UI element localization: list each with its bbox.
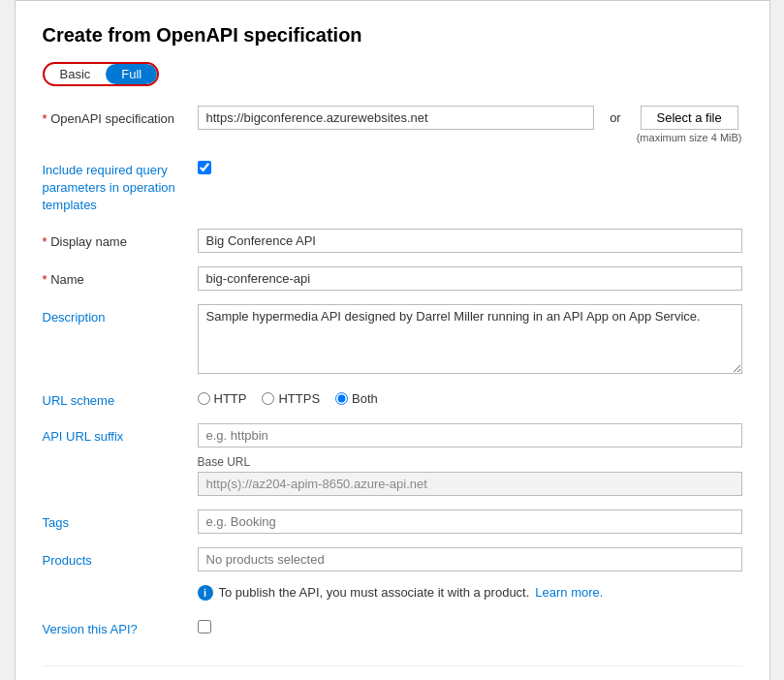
include-required-row: Include required query parameters in ope… — [43, 157, 742, 215]
tags-input[interactable] — [198, 510, 742, 534]
radio-http-input[interactable] — [198, 392, 210, 405]
radio-both: Both — [335, 391, 378, 406]
radio-both-label: Both — [352, 391, 378, 406]
name-row: Name — [43, 266, 742, 291]
display-name-label: Display name — [43, 229, 198, 251]
publish-info-text: To publish the API, you must associate i… — [219, 585, 530, 600]
max-size-hint: (maximum size 4 MiB) — [637, 132, 742, 143]
products-label: Products — [43, 547, 198, 570]
openapi-row: OpenAPI specification or Select a file (… — [43, 106, 742, 143]
display-name-row: Display name — [43, 229, 742, 253]
description-label: Description — [43, 304, 198, 326]
or-text: or — [602, 106, 629, 130]
create-dialog: Create from OpenAPI specification Basic … — [15, 0, 770, 680]
api-url-suffix-label: API URL suffix — [43, 423, 198, 446]
description-row: Description Sample hypermedia API design… — [43, 304, 742, 374]
basic-toggle-btn[interactable]: Basic — [45, 64, 107, 84]
dialog-title: Create from OpenAPI specification — [43, 24, 742, 46]
name-control — [198, 266, 742, 291]
radio-https-label: HTTPS — [278, 391, 320, 406]
learn-more-link[interactable]: Learn more. — [535, 585, 603, 600]
url-scheme-control: HTTP HTTPS Both — [198, 387, 742, 406]
products-row: Products — [43, 547, 742, 572]
openapi-url-wrap — [198, 106, 595, 130]
api-url-suffix-input[interactable] — [198, 423, 742, 448]
info-icon: i — [198, 585, 213, 601]
tags-control — [198, 510, 742, 534]
radio-both-input[interactable] — [335, 392, 348, 405]
include-required-checkbox[interactable] — [198, 161, 211, 174]
radio-http: HTTP — [198, 391, 247, 406]
base-url-input — [198, 472, 742, 496]
version-checkbox[interactable] — [198, 620, 211, 634]
url-scheme-label: URL scheme — [43, 387, 198, 410]
name-label: Name — [43, 266, 198, 289]
version-row: Version this API? — [43, 616, 742, 638]
radio-http-label: HTTP — [214, 391, 247, 406]
description-textarea[interactable]: Sample hypermedia API designed by Darrel… — [198, 304, 742, 374]
display-name-control — [198, 229, 742, 253]
select-file-button[interactable]: Select a file — [641, 106, 738, 130]
display-name-input[interactable] — [198, 229, 742, 253]
url-scheme-radio-group: HTTP HTTPS Both — [198, 387, 378, 406]
products-input[interactable] — [198, 547, 742, 572]
file-select-group: Select a file (maximum size 4 MiB) — [637, 106, 742, 143]
base-url-sublabel: Base URL — [198, 455, 742, 469]
radio-https: HTTPS — [262, 391, 320, 406]
version-control — [198, 616, 742, 634]
openapi-url-input[interactable] — [198, 106, 595, 130]
description-control: Sample hypermedia API designed by Darrel… — [198, 304, 742, 374]
tags-row: Tags — [43, 510, 742, 534]
publish-info-row: i To publish the API, you must associate… — [198, 585, 742, 601]
api-url-suffix-control: Base URL — [198, 423, 742, 496]
include-required-label: Include required query parameters in ope… — [43, 157, 198, 215]
url-scheme-row: URL scheme HTTP HTTPS Both — [43, 387, 742, 410]
include-required-control — [198, 157, 742, 174]
openapi-controls: or Select a file (maximum size 4 MiB) — [198, 106, 742, 143]
api-url-suffix-row: API URL suffix Base URL — [43, 423, 742, 496]
version-label: Version this API? — [43, 616, 198, 638]
footer: Create Cancel — [43, 665, 742, 680]
openapi-label: OpenAPI specification — [43, 106, 198, 128]
full-toggle-btn[interactable]: Full — [106, 64, 157, 84]
radio-https-input[interactable] — [262, 392, 274, 405]
products-control — [198, 547, 742, 572]
tags-label: Tags — [43, 510, 198, 532]
mode-toggle: Basic Full — [43, 62, 160, 86]
name-input[interactable] — [198, 266, 742, 291]
